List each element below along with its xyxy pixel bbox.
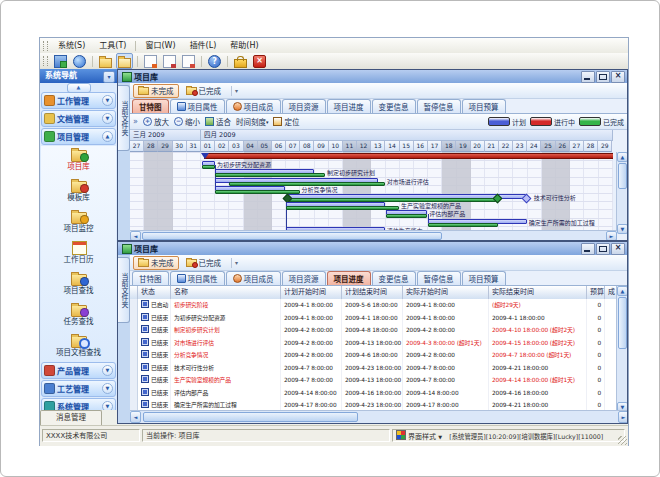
tab-甘特图[interactable]: 甘特图 bbox=[132, 271, 169, 285]
sidebar-menu-icon[interactable]: ▾ bbox=[103, 71, 115, 83]
table-row[interactable]: 已结束制定初步研究计划2009-4-2 8:00:002009-4-8 18:0… bbox=[130, 324, 627, 338]
column-header-名称[interactable]: 名称 bbox=[171, 286, 281, 299]
column-header-selector[interactable] bbox=[130, 286, 138, 299]
sidebar-item-项目库[interactable]: 项目库 bbox=[41, 146, 116, 176]
tab-message-management[interactable]: 消息管理 bbox=[40, 410, 102, 425]
folder-open-button[interactable] bbox=[116, 53, 133, 69]
folder-closed-button[interactable] bbox=[97, 53, 114, 69]
scroll-down-arrow-icon[interactable]: ▼ bbox=[617, 224, 627, 234]
menu-item-2[interactable]: 工具(T) bbox=[92, 38, 133, 53]
tab-项目属性[interactable]: 项目属性 bbox=[170, 271, 225, 285]
tab-暂停信息[interactable]: 暂停信息 bbox=[417, 271, 461, 285]
column-header-状态[interactable]: 状态 bbox=[138, 286, 171, 299]
table-row[interactable]: 已结束生产实验室规模的产品2009-4-7 8:00:002009-4-13 1… bbox=[130, 374, 627, 388]
expand-chevron-icon[interactable]: » bbox=[133, 117, 138, 126]
sidebar-item-任务查找[interactable]: 任务查找 bbox=[41, 301, 116, 331]
minimize-button[interactable] bbox=[581, 71, 595, 83]
tab-项目资源[interactable]: 项目资源 bbox=[282, 99, 326, 113]
actual-bar[interactable] bbox=[202, 165, 215, 169]
summary-bar[interactable] bbox=[204, 153, 613, 159]
gantt-tool-时间刻度[interactable]: 时间刻度 ▾ bbox=[236, 116, 269, 127]
row-selector-cell[interactable] bbox=[130, 299, 138, 312]
chevron-down-icon[interactable]: ▼ bbox=[102, 401, 113, 410]
column-header-计划结束时间[interactable]: 计划结束时间 bbox=[342, 286, 403, 299]
report-chart-button[interactable] bbox=[161, 53, 178, 69]
tab-甘特图[interactable]: 甘特图 bbox=[132, 99, 169, 113]
gantt-tool-缩小[interactable]: −缩小 bbox=[174, 116, 200, 127]
table-row[interactable]: 已结束为初步研究分配资源2009-4-1 8:00:002009-4-1 18:… bbox=[130, 312, 627, 326]
scroll-thumb[interactable] bbox=[618, 297, 627, 349]
table-row[interactable]: 已结束评估内部产品2009-4-14 8:00:002009-4-16 18:0… bbox=[130, 387, 627, 401]
chevron-down-icon[interactable]: ▼ bbox=[102, 383, 113, 394]
row-selector-cell[interactable] bbox=[130, 337, 138, 350]
exit-button[interactable] bbox=[251, 53, 268, 69]
chevron-down-icon[interactable]: ▼ bbox=[102, 95, 113, 106]
gantt-horizontal-scrollbar[interactable]: ◄► bbox=[130, 230, 617, 240]
tab-项目资源[interactable]: 项目资源 bbox=[282, 271, 326, 285]
tab-变更信息[interactable]: 变更信息 bbox=[372, 99, 416, 113]
menu-item-1[interactable]: 系统(S) bbox=[51, 38, 92, 53]
menu-item-4[interactable]: 插件(L) bbox=[183, 38, 224, 53]
sidebar-group-文档管理[interactable]: 文档管理▼ bbox=[41, 110, 116, 127]
globe-button[interactable] bbox=[71, 53, 88, 69]
scroll-left-arrow-icon[interactable]: ◄ bbox=[130, 231, 141, 240]
table-row[interactable]: 已结束技术可行性分析2009-4-7 8:00:002009-4-23 18:0… bbox=[130, 362, 627, 376]
table-horizontal-scrollbar[interactable]: ◄► bbox=[130, 410, 627, 423]
tab-项目属性[interactable]: 项目属性 bbox=[170, 99, 225, 113]
scroll-right-arrow-icon[interactable]: ► bbox=[606, 231, 617, 240]
row-selector-cell[interactable] bbox=[130, 374, 138, 387]
tab-项目成员[interactable]: 项目成员 bbox=[226, 271, 281, 285]
folder-button-未完成[interactable]: 未完成 bbox=[133, 84, 179, 98]
gantt-tool-放大[interactable]: +放大 bbox=[143, 116, 169, 127]
folder-button-未完成[interactable]: 未完成 bbox=[133, 256, 179, 270]
overflow-chevron-icon[interactable]: ▾ bbox=[235, 259, 238, 266]
folder-button-已完成[interactable]: 已完成 bbox=[181, 84, 227, 98]
row-selector-cell[interactable] bbox=[130, 312, 138, 325]
restore-button[interactable] bbox=[596, 71, 610, 83]
tab-变更信息[interactable]: 变更信息 bbox=[372, 271, 416, 285]
menu-item-5[interactable]: 帮助(H) bbox=[223, 38, 265, 53]
network-button[interactable] bbox=[52, 53, 69, 69]
sidebar-item-项目监控[interactable]: 项目监控 bbox=[41, 208, 116, 238]
resize-grip[interactable] bbox=[618, 436, 627, 445]
row-selector-cell[interactable] bbox=[130, 324, 138, 337]
sidebar-item-项目查找[interactable]: 项目查找 bbox=[41, 270, 116, 300]
row-selector-cell[interactable] bbox=[130, 387, 138, 400]
chevron-down-icon[interactable]: ▼ bbox=[102, 365, 113, 376]
overflow-chevron-icon[interactable]: ▾ bbox=[235, 87, 238, 94]
table-row[interactable]: 已结束对市场进行评估2009-4-2 8:00:002009-4-13 18:0… bbox=[130, 337, 627, 351]
table-row[interactable]: 已结束分析竞争情况2009-4-2 8:00:002009-4-6 18:00:… bbox=[130, 349, 627, 363]
column-header-预算[interactable]: 预算 bbox=[587, 286, 605, 299]
actual-bar[interactable] bbox=[286, 206, 399, 210]
tab-项目成员[interactable]: 项目成员 bbox=[226, 99, 281, 113]
scroll-thumb[interactable] bbox=[142, 232, 442, 240]
sidebar-item-项目文档查找[interactable]: 项目文档查找 bbox=[41, 332, 116, 362]
table-row[interactable]: 已启动初步研究阶段2009-4-1 8:00:002009-5-6 18:00:… bbox=[130, 299, 627, 313]
scroll-up-button[interactable]: ▲ bbox=[67, 83, 91, 93]
scroll-up-arrow-icon[interactable]: ▲ bbox=[617, 152, 627, 162]
panel-title-bar[interactable]: 项目库 bbox=[118, 70, 627, 83]
restore-button[interactable] bbox=[596, 243, 610, 255]
scroll-thumb[interactable] bbox=[143, 412, 358, 422]
gantt-tool-定位[interactable]: 定位 bbox=[273, 116, 299, 127]
tab-项目预算[interactable]: 项目预算 bbox=[462, 271, 506, 285]
panel-title-bar[interactable]: 项目库 bbox=[118, 242, 627, 255]
sidebar-item-模板库[interactable]: 模板库 bbox=[41, 177, 116, 207]
current-folder-tab[interactable]: 当前文件夹 bbox=[118, 257, 130, 323]
scroll-thumb[interactable] bbox=[618, 163, 627, 189]
scroll-right-arrow-icon[interactable]: ► bbox=[618, 411, 627, 423]
scroll-up-arrow-icon[interactable]: ▲ bbox=[617, 286, 627, 296]
sidebar-item-工作日历[interactable]: 工作日历 bbox=[41, 239, 116, 269]
tab-项目进度[interactable]: 项目进度 bbox=[327, 271, 371, 285]
interface-style-button[interactable]: 界面样式 ▼ bbox=[408, 433, 442, 441]
scroll-left-arrow-icon[interactable]: ◄ bbox=[130, 411, 141, 423]
report-mail-button[interactable] bbox=[142, 53, 159, 69]
report-doc-button[interactable] bbox=[180, 53, 197, 69]
sidebar-group-工艺管理[interactable]: 工艺管理▼ bbox=[41, 380, 116, 397]
tab-项目进度[interactable]: 项目进度 bbox=[327, 99, 371, 113]
chevron-down-icon[interactable]: ▼ bbox=[102, 113, 113, 124]
help-button[interactable] bbox=[206, 53, 223, 69]
actual-bar[interactable] bbox=[215, 173, 325, 177]
minimize-button[interactable] bbox=[581, 243, 595, 255]
table-vertical-scrollbar[interactable]: ▲▼ bbox=[616, 286, 627, 412]
